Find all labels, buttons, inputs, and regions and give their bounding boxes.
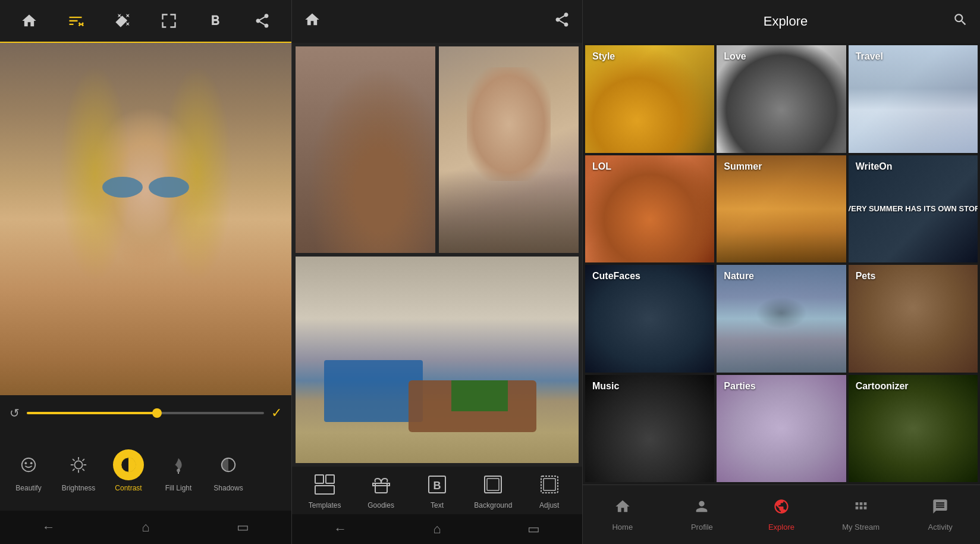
- svg-line-10: [83, 459, 84, 461]
- collage-cell-2[interactable]: [439, 46, 579, 253]
- collage-home-icon[interactable]: [304, 11, 321, 32]
- goodies-label: Goodies: [368, 501, 394, 509]
- editor-bottom-controls: ↺ ✓ Beautify: [0, 395, 291, 544]
- fill-light-label: Fill Light: [165, 484, 192, 492]
- home-nav-label: Home: [612, 523, 633, 532]
- p2-back-button[interactable]: ←: [325, 517, 355, 541]
- magic-icon[interactable]: [109, 8, 136, 34]
- grid-cell-lol[interactable]: LOL: [585, 155, 714, 263]
- confirm-button[interactable]: ✓: [271, 405, 282, 421]
- explore-nav-label: Explore: [768, 523, 794, 532]
- love-label: Love: [724, 51, 746, 62]
- grid-cell-summer[interactable]: Summer: [717, 155, 846, 263]
- svg-rect-18: [315, 486, 334, 494]
- p2-tool-text[interactable]: B Text: [413, 471, 461, 509]
- nav-mystream[interactable]: My Stream: [828, 493, 894, 536]
- beautify-icon: [13, 449, 44, 480]
- back-button[interactable]: ←: [34, 515, 64, 539]
- panel-explore: Explore Style Love Travel LOL: [583, 0, 980, 544]
- mystream-nav-label: My Stream: [842, 523, 880, 532]
- tool-brightness[interactable]: Brightness: [55, 445, 102, 497]
- filters-icon[interactable]: [62, 8, 89, 34]
- panel1-nav-bar: ← ⌂ ▭: [0, 511, 291, 544]
- nav-home[interactable]: Home: [590, 493, 655, 536]
- frame-icon[interactable]: [156, 8, 182, 34]
- adjust-label: Adjust: [539, 501, 559, 509]
- contrast-label: Contrast: [115, 484, 142, 492]
- activity-nav-icon: [932, 498, 948, 519]
- contrast-slider[interactable]: [27, 412, 264, 414]
- nav-activity[interactable]: Activity: [907, 493, 973, 536]
- profile-nav-icon: [693, 498, 710, 519]
- share-icon[interactable]: [249, 8, 275, 34]
- grid-cell-cartoonizer[interactable]: Cartoonizer: [849, 375, 978, 483]
- nav-profile[interactable]: Profile: [669, 493, 734, 536]
- grid-cell-writeon[interactable]: WriteOn EVERY SUMMER HAS ITS OWN STORY: [849, 155, 978, 263]
- grid-cell-nature[interactable]: Nature: [717, 265, 846, 373]
- text-label: Text: [431, 501, 444, 509]
- slider-row: ↺ ✓: [0, 395, 291, 431]
- svg-text:B: B: [433, 480, 441, 492]
- svg-rect-17: [326, 475, 334, 483]
- beautify-label: Beautify: [15, 484, 41, 492]
- search-button[interactable]: [953, 12, 968, 31]
- tool-contrast[interactable]: Contrast: [105, 445, 152, 497]
- svg-point-3: [74, 461, 82, 468]
- nature-label: Nature: [724, 271, 754, 282]
- svg-line-11: [73, 469, 74, 471]
- mystream-nav-icon: [853, 498, 869, 519]
- grid-cell-love[interactable]: Love: [717, 45, 846, 153]
- collage-toolbar: [292, 0, 582, 43]
- style-label: Style: [592, 51, 615, 62]
- tool-beautify[interactable]: Beautify: [5, 445, 52, 497]
- p2-tool-goodies[interactable]: Goodies: [357, 471, 405, 509]
- text-bold-icon[interactable]: [202, 8, 228, 34]
- p2-recents-button[interactable]: ▭: [519, 517, 549, 541]
- p2-tools-row: Templates Goodies B: [292, 467, 582, 514]
- home-icon[interactable]: [16, 8, 42, 34]
- svg-point-13: [177, 469, 180, 473]
- background-label: Background: [474, 501, 512, 509]
- explore-grid: Style Love Travel LOL Summer WriteOn EV: [583, 43, 980, 484]
- tool-shadows[interactable]: Shadows: [205, 445, 252, 497]
- grid-cell-parties[interactable]: Parties: [717, 375, 846, 483]
- activity-nav-label: Activity: [928, 523, 953, 532]
- svg-rect-23: [487, 479, 499, 490]
- brightness-label: Brightness: [62, 484, 96, 492]
- home-button[interactable]: ⌂: [131, 515, 161, 539]
- collage-cell-1[interactable]: [296, 46, 435, 253]
- tool-fill-light[interactable]: Fill Light: [155, 445, 202, 497]
- writeon-label: WriteOn: [856, 161, 893, 172]
- brightness-icon: [63, 449, 94, 480]
- grid-cell-style[interactable]: Style: [585, 45, 714, 153]
- svg-point-0: [22, 458, 36, 472]
- panel2-bottom-tools: Templates Goodies B: [292, 467, 582, 544]
- nav-explore[interactable]: Explore: [749, 493, 814, 536]
- svg-line-8: [73, 459, 74, 461]
- undo-button[interactable]: ↺: [10, 406, 20, 420]
- svg-rect-16: [315, 475, 323, 483]
- tools-row: Beautify Brigh: [0, 431, 291, 511]
- pets-label: Pets: [856, 271, 876, 282]
- p2-tool-templates[interactable]: Templates: [301, 471, 348, 509]
- p2-home-button[interactable]: ⌂: [422, 517, 452, 541]
- collage-share-icon[interactable]: [554, 11, 570, 32]
- music-label: Music: [592, 381, 619, 392]
- writeon-quote: EVERY SUMMER HAS ITS OWN STORY: [849, 204, 978, 214]
- collage-cell-3-wide[interactable]: [296, 257, 579, 463]
- fill-light-icon: [163, 449, 194, 480]
- svg-rect-25: [544, 479, 555, 490]
- grid-cell-music[interactable]: Music: [585, 375, 714, 483]
- grid-cell-cutefaces[interactable]: CuteFaces: [585, 265, 714, 373]
- p2-tool-adjust[interactable]: Adjust: [526, 471, 573, 509]
- travel-label: Travel: [856, 51, 883, 62]
- cartoonizer-label: Cartoonizer: [856, 381, 909, 392]
- panel-collage: Templates Goodies B: [291, 0, 583, 544]
- grid-cell-travel[interactable]: Travel: [849, 45, 978, 153]
- p2-tool-background[interactable]: Background: [469, 471, 517, 509]
- explore-header: Explore: [583, 0, 980, 43]
- grid-cell-pets[interactable]: Pets: [849, 265, 978, 373]
- adjust-icon: [536, 471, 563, 498]
- recents-button[interactable]: ▭: [228, 515, 257, 539]
- explore-title: Explore: [618, 14, 953, 29]
